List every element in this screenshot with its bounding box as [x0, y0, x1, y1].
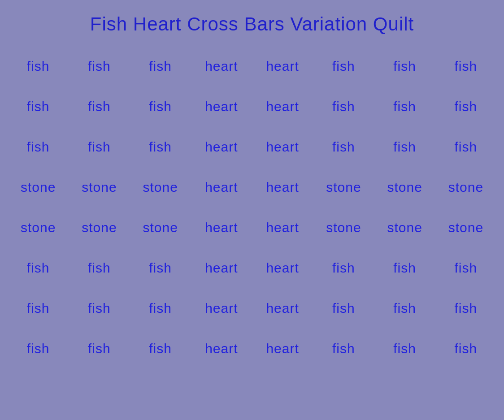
quilt-cell: stone [8, 210, 69, 246]
cell-text-0-1: fish [88, 59, 111, 74]
cell-text-4-6: stone [387, 220, 422, 235]
quilt-cell: fish [313, 331, 374, 367]
quilt-cell: fish [8, 250, 69, 286]
quilt-cell: fish [130, 89, 191, 125]
quilt-cell: stone [69, 169, 130, 205]
cell-text-3-7: stone [448, 180, 483, 195]
cell-text-5-2: fish [149, 260, 172, 276]
quilt-cell: fish [130, 129, 191, 165]
cell-text-6-2: fish [149, 301, 172, 316]
cell-text-6-5: fish [332, 301, 355, 316]
cell-text-0-0: fish [27, 59, 50, 74]
quilt-cell: fish [374, 129, 435, 165]
cell-text-1-1: fish [88, 99, 111, 114]
quilt-cell: fish [8, 331, 69, 367]
quilt-cell: fish [374, 89, 435, 125]
cell-text-5-3: heart [205, 260, 238, 276]
cell-text-3-1: stone [82, 180, 117, 195]
cell-text-0-4: heart [266, 59, 299, 74]
cell-text-4-7: stone [448, 220, 483, 235]
cell-text-2-2: fish [149, 139, 172, 155]
cell-text-5-6: fish [393, 260, 416, 276]
cell-text-2-0: fish [27, 139, 50, 155]
cell-text-0-5: fish [332, 59, 355, 74]
quilt-cell: heart [252, 169, 313, 205]
cell-text-1-3: heart [205, 99, 238, 114]
cell-text-5-5: fish [332, 260, 355, 276]
quilt-cell: stone [69, 210, 130, 246]
quilt-cell: heart [191, 210, 252, 246]
quilt-cell: heart [252, 48, 313, 84]
cell-text-1-2: fish [149, 99, 172, 114]
quilt-cell: fish [435, 129, 496, 165]
quilt-cell: heart [191, 290, 252, 326]
quilt-cell: fish [69, 290, 130, 326]
cell-text-7-2: fish [149, 341, 172, 356]
page-container: Fish Heart Cross Bars Variation Quilt fi… [0, 0, 504, 420]
cell-text-7-3: heart [205, 341, 238, 356]
quilt-cell: stone [435, 210, 496, 246]
cell-text-4-3: heart [205, 220, 238, 235]
quilt-grid: fishfishfishheartheartfishfishfishfishfi… [8, 48, 496, 367]
cell-text-0-2: fish [149, 59, 172, 74]
cell-text-7-5: fish [332, 341, 355, 356]
quilt-cell: stone [374, 169, 435, 205]
cell-text-4-5: stone [326, 220, 361, 235]
page-title: Fish Heart Cross Bars Variation Quilt [90, 13, 414, 35]
cell-text-7-0: fish [27, 341, 50, 356]
cell-text-5-0: fish [27, 260, 50, 276]
quilt-cell: heart [191, 331, 252, 367]
quilt-cell: stone [130, 210, 191, 246]
quilt-cell: fish [435, 89, 496, 125]
cell-text-0-3: heart [205, 59, 238, 74]
quilt-cell: fish [8, 129, 69, 165]
cell-text-3-2: stone [143, 180, 178, 195]
quilt-cell: fish [69, 331, 130, 367]
quilt-cell: fish [130, 290, 191, 326]
quilt-cell: fish [313, 250, 374, 286]
quilt-cell: stone [374, 210, 435, 246]
cell-text-6-4: heart [266, 301, 299, 316]
quilt-cell: fish [374, 331, 435, 367]
quilt-cell: stone [435, 169, 496, 205]
cell-text-4-4: heart [266, 220, 299, 235]
cell-text-3-3: heart [205, 180, 238, 195]
cell-text-5-1: fish [88, 260, 111, 276]
quilt-cell: fish [8, 89, 69, 125]
cell-text-1-0: fish [27, 99, 50, 114]
quilt-cell: heart [252, 331, 313, 367]
quilt-cell: fish [69, 250, 130, 286]
quilt-cell: fish [69, 89, 130, 125]
cell-text-1-7: fish [455, 99, 478, 114]
quilt-cell: fish [130, 48, 191, 84]
cell-text-4-1: stone [82, 220, 117, 235]
cell-text-6-7: fish [455, 301, 478, 316]
cell-text-4-0: stone [21, 220, 56, 235]
cell-text-2-4: heart [266, 139, 299, 155]
quilt-cell: fish [435, 48, 496, 84]
cell-text-5-7: fish [455, 260, 478, 276]
quilt-cell: fish [374, 290, 435, 326]
cell-text-7-7: fish [455, 341, 478, 356]
quilt-cell: heart [191, 48, 252, 84]
cell-text-1-4: heart [266, 99, 299, 114]
quilt-cell: stone [130, 169, 191, 205]
cell-text-0-7: fish [455, 59, 478, 74]
cell-text-7-4: heart [266, 341, 299, 356]
quilt-cell: fish [313, 89, 374, 125]
quilt-cell: heart [252, 290, 313, 326]
cell-text-3-5: stone [326, 180, 361, 195]
quilt-cell: heart [252, 129, 313, 165]
quilt-cell: fish [374, 250, 435, 286]
quilt-cell: stone [313, 169, 374, 205]
quilt-cell: heart [191, 250, 252, 286]
cell-text-2-3: heart [205, 139, 238, 155]
cell-text-2-1: fish [88, 139, 111, 155]
quilt-cell: fish [435, 331, 496, 367]
cell-text-2-5: fish [332, 139, 355, 155]
cell-text-3-4: heart [266, 180, 299, 195]
quilt-cell: heart [191, 129, 252, 165]
quilt-cell: heart [252, 89, 313, 125]
quilt-cell: fish [69, 48, 130, 84]
cell-text-0-6: fish [393, 59, 416, 74]
